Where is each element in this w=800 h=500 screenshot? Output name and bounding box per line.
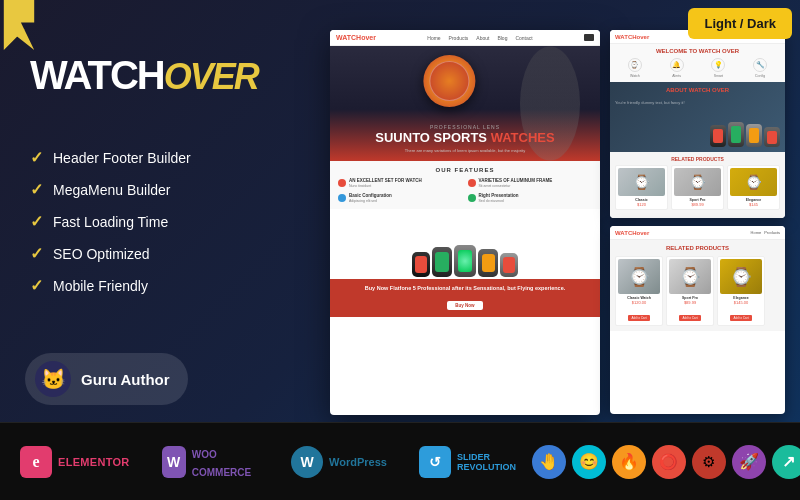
related-product-2: ⌚ Sport Pro $89.99 Add to Cart	[666, 256, 714, 326]
social-icon-circle[interactable]: ⭕	[652, 445, 686, 479]
guru-author-badge: 🐱 Guru Author	[25, 353, 188, 405]
related-product-3: ⌚ Elegance $145.00 Add to Cart	[717, 256, 765, 326]
check-icon: ✓	[30, 180, 43, 199]
logo-over: Over	[164, 56, 258, 97]
hero-title: SUUNTO SPORTS WATCHES	[338, 130, 592, 146]
related-product-1: ⌚ Classic Watch $120.00 Add to Cart	[615, 256, 663, 326]
feature-item-1: AN EXCELLENT SET FOR WATCH Nunc tincidun…	[338, 178, 463, 188]
check-icon: ✓	[30, 276, 43, 295]
product-preview: RELATED PRODUCTS ⌚ Classic $120 ⌚ Sport …	[610, 152, 785, 218]
social-icon-smile[interactable]: 😊	[572, 445, 606, 479]
check-icon: ✓	[30, 212, 43, 231]
icon-item-4: 🔧 Config	[753, 58, 767, 78]
feature-item-3: Basic Configuration Adipiscing elit sed	[338, 193, 463, 203]
welcome-title: WELCOME TO WATCH OVER	[614, 48, 781, 54]
social-icon-fire[interactable]: 🔥	[612, 445, 646, 479]
slider-revolution-logo: ↺ SLIDER REVOLUTION	[419, 446, 516, 478]
feature-item: ✓ Fast Loading Time	[30, 212, 191, 231]
woocommerce-logo: W WOO COMMERCE	[162, 444, 259, 480]
check-icon: ✓	[30, 148, 43, 167]
related-title: RELATED PRODUCTS	[615, 245, 780, 251]
feature-item: ✓ Header Footer Builder	[30, 148, 191, 167]
product-card: ⌚ Classic $120	[615, 165, 668, 210]
features-list: ✓ Header Footer Builder ✓ MegaMenu Build…	[30, 148, 191, 308]
cta-button[interactable]: Buy Now	[447, 301, 482, 310]
product-card: ⌚ Elegance $145	[727, 165, 780, 210]
social-icons-group: 🤚 😊 🔥 ⭕ ⚙ 🚀 ↗	[532, 445, 800, 479]
social-icon-share[interactable]: ↗	[772, 445, 800, 479]
screenshot-nav: Home Products About Blog Contact	[427, 35, 532, 41]
product-card: ⌚ Sport Pro $89.99	[671, 165, 724, 210]
guru-label: Guru Author	[81, 371, 170, 388]
wordpress-logo: W WordPress	[291, 446, 387, 478]
elementor-logo: e ELEMENTOR	[20, 446, 130, 478]
feature-item-2: VARIETIES OF ALUMINUM FRAME Sit amet con…	[468, 178, 593, 188]
about-section: ABOUT WATCH OVER You're friendly d	[610, 82, 785, 152]
feature-item: ✓ SEO Optimized	[30, 244, 191, 263]
hero-watch-image	[423, 55, 475, 107]
icon-item-3: 💡 Smart	[711, 58, 725, 78]
feature-item: ✓ Mobile Friendly	[30, 276, 191, 295]
rt-logo: WATCHover	[615, 34, 649, 40]
watch-section	[330, 209, 600, 279]
feature-item-4: Right Presentation Sed do eiusmod	[468, 193, 593, 203]
screenshot-logo: WATCHover	[336, 34, 376, 41]
preview-area: WATCHover Home Products About Blog Conta…	[330, 30, 790, 420]
logo: WATCHOver	[30, 55, 258, 95]
icon-item-1: ⌚ Watch	[628, 58, 642, 78]
social-icon-rocket[interactable]: 🚀	[732, 445, 766, 479]
check-icon: ✓	[30, 244, 43, 263]
cta-banner: Buy Now Flatfone 5 Professional after it…	[330, 279, 600, 317]
social-icon-hand[interactable]: 🤚	[532, 445, 566, 479]
feature-item: ✓ MegaMenu Builder	[30, 180, 191, 199]
icon-item-2: 🔔 Alerts	[670, 58, 684, 78]
social-icon-settings[interactable]: ⚙	[692, 445, 726, 479]
preview-right-top: WATCHover Home Products About WELCOME TO…	[610, 30, 785, 218]
preview-right-screenshots: WATCHover Home Products About WELCOME TO…	[610, 30, 785, 420]
hero-subtitle: There are many variations of lorem ipsum…	[338, 148, 592, 153]
tech-strip: e ELEMENTOR W WOO COMMERCE W WordPress ↺…	[0, 422, 800, 500]
light-dark-badge[interactable]: Light / Dark	[688, 8, 792, 39]
features-section-title: OUR FEATURES	[338, 167, 592, 173]
preview-left-screenshot: WATCHover Home Products About Blog Conta…	[330, 30, 600, 415]
cart-icon	[584, 34, 594, 41]
guru-icon: 🐱	[35, 361, 71, 397]
preview-right-bottom: WATCHover Home Products RELATED PRODUCTS…	[610, 226, 785, 414]
logo-watch: WATCH	[30, 53, 164, 97]
